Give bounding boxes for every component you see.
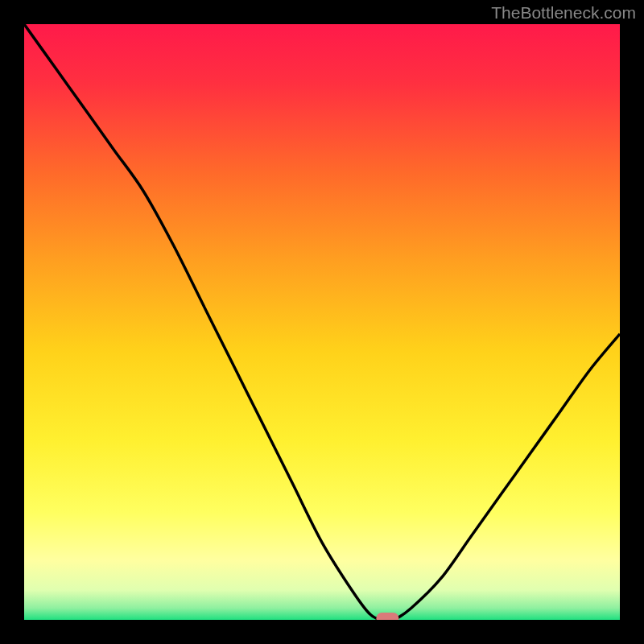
watermark-text: TheBottleneck.com: [491, 3, 636, 23]
plot-area: [24, 24, 620, 620]
chart-svg: [24, 24, 620, 620]
optimal-marker: [376, 613, 398, 620]
gradient-background: [24, 24, 620, 620]
chart-container: TheBottleneck.com: [0, 0, 644, 644]
chart-outer-frame: [0, 0, 644, 644]
